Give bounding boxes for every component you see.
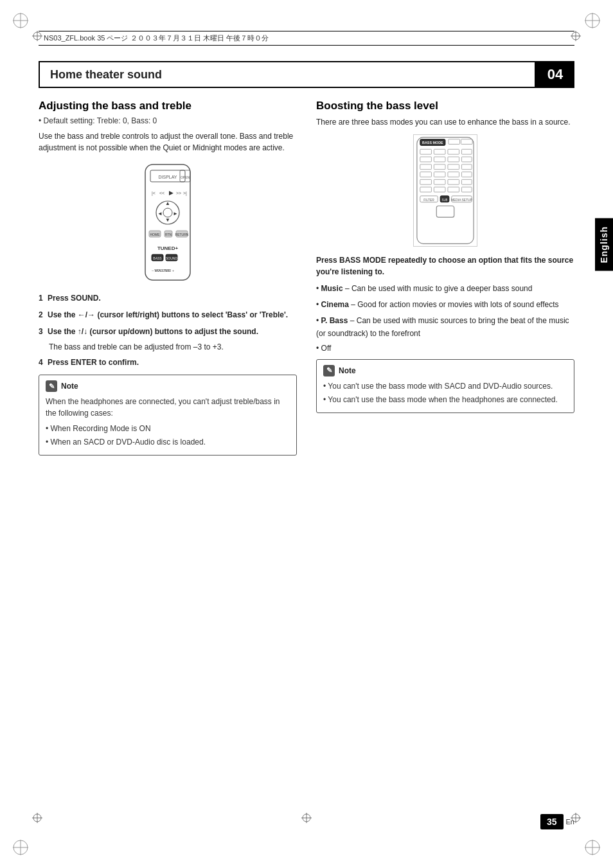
off-item: • Off — [316, 344, 574, 353]
file-info-text: NS03_ZFL.book 35 ページ ２００３年７月３１日 木曜日 午後７時… — [44, 34, 269, 42]
corner-mark-tl — [12, 12, 30, 30]
svg-text:OPEN: OPEN — [181, 175, 190, 179]
svg-text:►: ► — [173, 211, 178, 217]
step-2-text: Use the ←/→ (cursor left/right) buttons … — [48, 310, 288, 319]
english-tab: English — [595, 218, 613, 271]
page-footer: 35 En — [540, 814, 574, 829]
left-section-title: Adjusting the bass and treble — [39, 100, 297, 112]
svg-text:◄: ◄ — [157, 211, 163, 217]
right-note-box: ✎ Note You can't use the bass mode with … — [316, 359, 574, 413]
default-setting: • Default setting: Treble: 0, Bass: 0 — [39, 116, 297, 125]
right-note-text: You can't use the bass mode with SACD an… — [323, 380, 567, 405]
svg-text:TUNED+: TUNED+ — [157, 245, 179, 251]
svg-text:RTN: RTN — [165, 233, 172, 236]
english-tab-text: English — [599, 226, 609, 263]
chapter-header: Home theater sound 04 — [39, 61, 574, 88]
reg-mark-bottom-left — [32, 813, 42, 823]
left-note-item-2: When an SACD or DVD-Audio disc is loaded… — [46, 436, 290, 448]
svg-text:FILTER: FILTER — [423, 199, 434, 202]
top-bar: NS03_ZFL.book 35 ページ ２００３年７月３１日 木曜日 午後７時… — [39, 31, 574, 46]
svg-text:<<: << — [159, 191, 164, 195]
corner-mark-br — [583, 838, 601, 856]
svg-text:DISPLAY: DISPLAY — [158, 175, 177, 179]
right-column: Boosting the bass level There are three … — [316, 100, 574, 456]
svg-text:▼: ▼ — [165, 217, 170, 223]
bass-remote-image: BASS MODE — [413, 134, 477, 247]
svg-text:>|: >| — [183, 191, 187, 196]
left-note-list: When Recording Mode is ON When an SACD o… — [46, 423, 290, 448]
main-content: Adjusting the bass and treble • Default … — [39, 100, 574, 456]
svg-text:HOME: HOME — [150, 233, 161, 236]
mode-music: Music – Can be used with music to give a… — [316, 283, 574, 295]
right-description: There are three bass modes you can use t… — [316, 116, 574, 128]
left-note-header: ✎ Note — [46, 380, 290, 392]
step-1-text: Press SOUND. — [48, 294, 101, 303]
svg-text:▲: ▲ — [165, 200, 170, 206]
chapter-title-text: Home theater sound — [50, 68, 162, 82]
left-column: Adjusting the bass and treble • Default … — [39, 100, 297, 456]
note-icon-right: ✎ — [323, 365, 335, 376]
mode-cinema: Cinema – Good for action movies or movie… — [316, 299, 574, 311]
svg-text:VOLUME: VOLUME — [154, 269, 170, 272]
left-note-box: ✎ Note When the headphones are connected… — [39, 375, 297, 456]
right-section-title: Boosting the bass level — [316, 100, 574, 112]
mode-cinema-name: Cinema — [321, 300, 349, 309]
svg-text:BASS MODE: BASS MODE — [422, 141, 443, 145]
mode-music-desc: – Can be used with music to give a deepe… — [345, 284, 533, 293]
right-note-list: You can't use the bass mode with SACD an… — [323, 380, 567, 405]
right-note-item-1: You can't use the bass mode with SACD an… — [323, 380, 567, 392]
left-description: Use the bass and treble controls to adju… — [39, 130, 297, 154]
svg-text:BASS: BASS — [153, 256, 162, 260]
step-3: 3 Use the ↑/↓ (cursor up/down) buttons t… — [39, 326, 297, 337]
press-instruction: Press BASS MODE repeatedly to choose an … — [316, 254, 574, 278]
right-note-label: Note — [339, 366, 356, 375]
right-note-item-2: You can't use the bass mode when the hea… — [323, 394, 567, 405]
step-2-number: 2 — [39, 310, 43, 319]
left-note-item-1: When Recording Mode is ON — [46, 423, 290, 434]
corner-mark-tr — [583, 12, 601, 30]
left-note-label: Note — [61, 382, 78, 391]
page-number: 35 — [540, 814, 564, 829]
mode-pbass-desc: – Can be used with music sources to brin… — [316, 316, 569, 337]
step-4-text: Press ENTER to confirm. — [48, 358, 139, 367]
step-3-detail: The bass and treble can be adjusted from… — [39, 342, 297, 351]
svg-point-29 — [163, 208, 172, 217]
mode-pbass-name: P. Bass — [321, 316, 348, 325]
step-2: 2 Use the ←/→ (cursor left/right) button… — [39, 309, 297, 321]
svg-text:MEDIA SETUP: MEDIA SETUP — [451, 199, 472, 202]
step-3-number: 3 — [39, 327, 43, 336]
chapter-title: Home theater sound — [39, 61, 536, 88]
svg-text:SUB: SUB — [441, 199, 447, 202]
mode-cinema-desc: – Good for action movies or movies with … — [351, 300, 558, 309]
svg-text:|<: |< — [152, 191, 155, 196]
step-4: 4 Press ENTER to confirm. — [39, 357, 297, 368]
mode-music-name: Music — [321, 284, 343, 293]
reg-mark-bottom-center — [301, 813, 312, 823]
svg-text:RETURN: RETURN — [175, 233, 189, 236]
step-3-text: Use the ↑/↓ (cursor up/down) buttons to … — [48, 327, 258, 336]
step-1: 1 Press SOUND. — [39, 292, 297, 304]
remote-control-image: DISPLAY OPEN |< << ▶ >> >| ▲ ▼ ◄ ► HOME … — [132, 161, 203, 283]
step-1-number: 1 — [39, 294, 43, 303]
svg-text:>>: >> — [176, 191, 181, 195]
svg-text:SOUND: SOUND — [166, 256, 177, 260]
chapter-number-text: 04 — [547, 66, 563, 83]
right-note-header: ✎ Note — [323, 365, 567, 376]
modes-list: Music – Can be used with music to give a… — [316, 283, 574, 340]
mode-pbass: P. Bass – Can be used with music sources… — [316, 315, 574, 339]
svg-text:▶: ▶ — [169, 190, 173, 196]
step-4-number: 4 — [39, 358, 43, 367]
note-icon-left: ✎ — [46, 380, 57, 392]
chapter-number: 04 — [536, 61, 574, 88]
left-note-text: When the headphones are connected, you c… — [46, 396, 290, 448]
page-label: En — [566, 818, 574, 826]
corner-mark-bl — [12, 838, 30, 856]
off-label-text: Off — [321, 344, 332, 353]
left-note-intro: When the headphones are connected, you c… — [46, 396, 290, 419]
